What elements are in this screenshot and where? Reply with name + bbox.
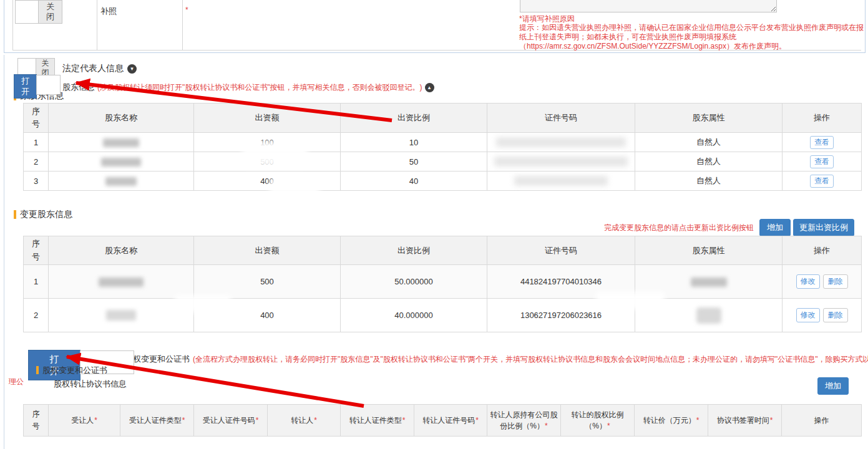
shareholder-section-row: 股东信息 (涉及股权转让须同时打开"股权转让协议书和公证书"按钮，并填写相关信息… [62,82,434,93]
divider [12,0,13,50]
col-original-share-ratio: 转让人原持有公司股份比例（%）* [487,405,561,437]
delete-button[interactable]: 删除 [823,274,848,289]
col-type: 股东属性 [635,236,783,265]
add-shareholder-button[interactable]: 增加 [759,219,791,236]
redacted-type [691,278,727,287]
col-no: 序号 [32,105,41,130]
update-ratio-button[interactable]: 更新出资比例 [793,219,854,236]
col-ratio: 出资比例 [341,236,487,265]
col-transfer-price: 转让价（万元）* [635,405,708,437]
legal-rep-title: 法定代表人信息 [62,63,124,74]
equity-note: (全流程方式办理股权转让，请务必同时打开"股东信息"及"股权转让协议书和公证书"… [193,354,868,365]
col-sign-date: 协议书签署时间* [708,405,782,437]
view-button[interactable]: 查看 [810,136,834,149]
redacted-name [103,138,139,147]
original-shareholders-table: 序号 股东名称 出资额 出资比例 证件号码 股东属性 操作 1 100 10 自… [23,103,862,191]
add-agreement-button[interactable]: 增加 [817,377,849,395]
legal-rep-section-row: 法定代表人信息 ▾ [62,63,137,74]
section-bar [36,366,39,374]
table-row: 2 500 50 自然人 查看 [24,152,862,171]
table-header-row: 序号 股东名称 出资额 出资比例 证件号码 股东属性 操作 [24,236,862,265]
col-shareholder-name: 股东名称 [49,104,194,133]
col-no: 序号 [32,408,41,432]
col-ratio: 出资比例 [341,104,487,133]
blur-artifact [242,141,308,167]
view-button[interactable]: 查看 [810,155,834,168]
col-transferor: 转让人* [268,405,341,437]
col-transferee-id-number: 受让人证件号码* [194,405,268,437]
delete-button[interactable]: 删除 [823,308,848,322]
redacted-type [696,307,721,324]
col-amount: 出资额 [194,104,341,133]
col-transferor-id-number: 转让人证件号码* [414,405,487,437]
blur-artifact [175,295,231,312]
reissue-field-label: 补照 [100,6,117,17]
col-type: 股东属性 [635,104,783,133]
col-actions: 操作 [783,236,862,265]
chevron-down-icon[interactable]: ▾ [127,64,137,74]
transfer-agreement-table: 序号 受让人* 受让人证件类型* 受让人证件号码* 转让人* 转让人证件类型* … [23,404,862,437]
chevron-up-icon[interactable]: ▴ [425,83,434,92]
col-transferee-id-type: 受让人证件类型* [120,405,194,437]
redacted-id [496,137,626,147]
col-transferee: 受让人* [49,405,120,437]
shareholder-title: 股东信息 [62,82,95,93]
reissue-toggle[interactable]: 关闭 [38,0,62,24]
edit-button[interactable]: 修改 [796,308,820,322]
section-bar [14,210,16,219]
table-row: 1 500 50.000000 441824197704010346 修改删除 [24,265,862,299]
registration-form-page: { "ui": { "required_mark": "*" }, "icons… [0,0,868,449]
divider [182,0,183,50]
shareholder-toggle[interactable]: 打开 [14,74,37,99]
changed-shareholders-title: 变更股东信息 [20,209,72,220]
col-transfer-ratio: 转让的股权比例（%）* [561,405,635,437]
table-row: 1 100 10 自然人 查看 [24,133,862,152]
required-mark: * [185,6,188,14]
equity-title: 股权变更和公证书 [125,354,190,365]
redacted-id [514,176,608,186]
redacted-name [106,310,136,321]
divider [97,0,97,50]
update-ratio-hint: 完成变更股东信息的请点击更新出资比例按钮 [604,223,754,233]
col-actions: 操作 [783,104,862,133]
table-header-row: 序号 受让人* 受让人证件类型* 受让人证件号码* 转让人* 转让人证件类型* … [24,405,862,437]
table-header-row: 序号 股东名称 出资额 出资比例 证件号码 股东属性 操作 [24,104,862,133]
col-actions: 操作 [782,405,862,437]
edit-button[interactable]: 修改 [796,274,820,289]
redacted-name [105,177,137,186]
redacted-id [494,157,628,167]
col-id-number: 证件号码 [487,104,635,133]
table-row: 3 400 40 自然人 查看 [24,171,862,191]
reissue-hint-body: 提示：如因遗失营业执照办理补照，请确认已在国家企业信用信息公示平台发布营业执照作… [519,23,868,51]
changed-shareholders-table: 序号 股东名称 出资额 出资比例 证件号码 股东属性 操作 1 500 50.0… [23,236,862,332]
blur-artifact [270,178,319,198]
col-amount: 出资额 [194,236,341,265]
col-id-number: 证件号码 [487,236,635,265]
col-shareholder-name: 股东名称 [49,236,194,265]
reissue-reason-textarea[interactable] [520,0,777,12]
view-button[interactable]: 查看 [810,175,834,188]
shareholder-note: (涉及股权转让须同时打开"股权转让协议书和公证书"按钮，并填写相关信息，否则会被… [97,82,422,93]
redacted-name [99,278,144,287]
equity-section-title: 股权变更和公证书 [42,365,107,376]
table-row: 2 400 40.000000 130627197206023616 修改删除 [24,299,862,332]
blur-artifact [596,292,665,309]
col-transferor-id-type: 转让人证件类型* [341,405,414,437]
shareholder-toggle-knob[interactable] [36,75,61,95]
equity-section-row: 股权变更和公证书 (全流程方式办理股权转让，请务必同时打开"股东信息"及"股权转… [125,354,868,365]
redacted-name [101,158,141,167]
col-no: 序号 [32,238,41,263]
reissue-toggle-knob[interactable] [15,0,39,24]
equity-note-wrap: 理公 [9,377,24,387]
